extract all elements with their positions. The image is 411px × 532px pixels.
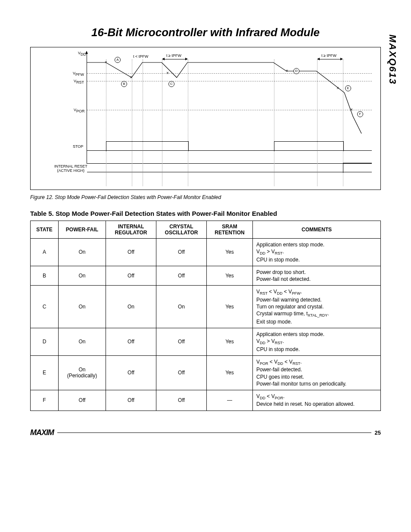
cell-sram: Yes: [207, 239, 253, 266]
th-state: STATE: [31, 221, 59, 239]
cell-reg: Off: [106, 266, 156, 285]
th-regulator: INTERNAL REGULATOR: [106, 221, 156, 239]
cell-comments: VRST < VDD < VPFW.Power-fail warning det…: [253, 286, 381, 328]
th-comments: COMMENTS: [253, 221, 381, 239]
maxim-logo: MAXIM: [30, 428, 54, 437]
table-row: DOnOffOffYesApplication enters stop mode…: [31, 328, 381, 355]
cell-pf: On(Periodically): [59, 355, 106, 390]
cell-osc: Off: [156, 328, 207, 355]
marker-e: E: [345, 85, 351, 91]
cell-comments: Power drop too short.Power-fail not dete…: [253, 266, 381, 285]
cell-sram: Yes: [207, 266, 253, 285]
page-title: 16-Bit Microcontroller with Infrared Mod…: [30, 26, 381, 39]
cell-osc: Off: [156, 239, 207, 266]
cell-pf: On: [59, 328, 106, 355]
cell-state: C: [31, 286, 59, 328]
th-sram: SRAM RETENTION: [207, 221, 253, 239]
page-number: 25: [375, 429, 381, 436]
cell-reg: On: [106, 286, 156, 328]
cell-comments: Application enters stop mode.VDD > VRST.…: [253, 239, 381, 266]
cell-osc: On: [156, 286, 207, 328]
cell-sram: —: [207, 390, 253, 411]
table-row: EOn(Periodically)OffOffYesVPOR < VDD < V…: [31, 355, 381, 390]
cell-sram: Yes: [207, 355, 253, 390]
table-header-row: STATE POWER-FAIL INTERNAL REGULATOR CRYS…: [31, 221, 381, 239]
cell-state: F: [31, 390, 59, 411]
table-row: BOnOffOffYesPower drop too short.Power-f…: [31, 266, 381, 285]
cell-pf: Off: [59, 390, 106, 411]
cell-state: E: [31, 355, 59, 390]
cell-reg: Off: [106, 390, 156, 411]
cell-pf: On: [59, 286, 106, 328]
cell-comments: VDD < VPOR.Device held in reset. No oper…: [253, 390, 381, 411]
cell-osc: Off: [156, 266, 207, 285]
cell-sram: Yes: [207, 328, 253, 355]
stop-label: STOP: [73, 144, 83, 149]
marker-a: A: [115, 57, 121, 63]
states-table: STATE POWER-FAIL INTERNAL REGULATOR CRYS…: [30, 221, 381, 411]
cell-sram: Yes: [207, 286, 253, 328]
cell-reg: Off: [106, 239, 156, 266]
figure-12: VDD VPFW VRST VPOR t < tPFW t ≥ tPFW t ≥…: [30, 47, 381, 190]
page-footer: MAXIM 25: [30, 428, 381, 437]
marker-c: C: [168, 81, 174, 87]
th-oscillator: CRYSTAL OSCILLATOR: [156, 221, 207, 239]
table-row: AOnOffOffYesApplication enters stop mode…: [31, 239, 381, 266]
cell-pf: On: [59, 239, 106, 266]
cell-comments: VPOR < VDD < VRST.Power-fail detected.CP…: [253, 355, 381, 390]
table-row: FOffOffOff—VDD < VPOR.Device held in res…: [31, 390, 381, 411]
table-title: Table 5. Stop Mode Power-Fail Detection …: [30, 210, 381, 217]
cell-reg: Off: [106, 355, 156, 390]
cell-state: D: [31, 328, 59, 355]
cell-pf: On: [59, 266, 106, 285]
cell-osc: Off: [156, 355, 207, 390]
cell-state: B: [31, 266, 59, 285]
th-powerfail: POWER-FAIL: [59, 221, 106, 239]
reset-label: INTERNAL RESET(ACTIVE HIGH): [54, 165, 84, 173]
marker-d: D: [293, 68, 299, 74]
cell-reg: Off: [106, 328, 156, 355]
part-number: MAXQ613: [387, 34, 398, 85]
figure-caption: Figure 12. Stop Mode Power-Fail Detectio…: [30, 194, 381, 200]
marker-f: F: [357, 111, 363, 117]
cell-comments: Application enters stop mode.VDD > VRST.…: [253, 328, 381, 355]
marker-b: B: [121, 81, 127, 87]
cell-osc: Off: [156, 390, 207, 411]
cell-state: A: [31, 239, 59, 266]
table-row: COnOnOnYesVRST < VDD < VPFW.Power-fail w…: [31, 286, 381, 328]
